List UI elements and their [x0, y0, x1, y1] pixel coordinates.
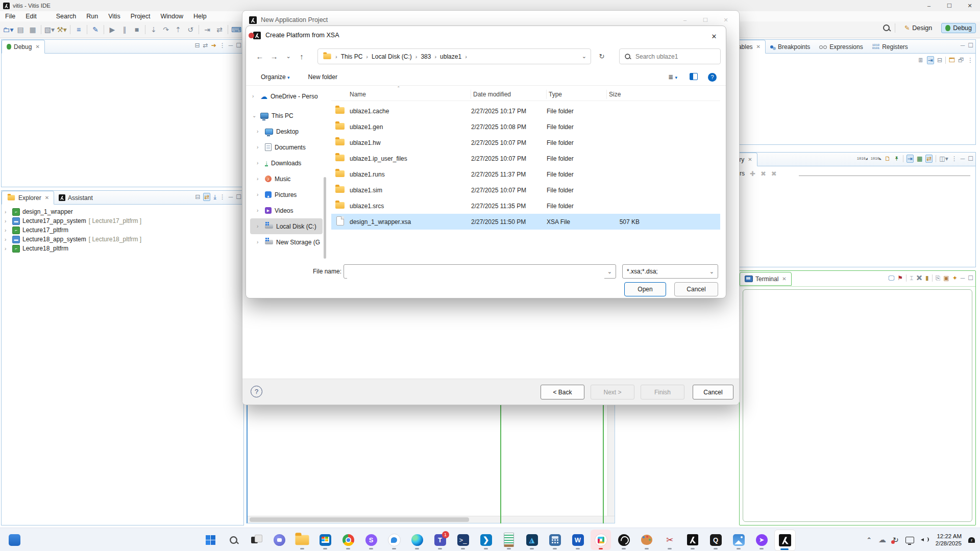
- tab-registers[interactable]: 10100101 Registers: [868, 40, 913, 53]
- forward-icon[interactable]: →: [267, 48, 281, 64]
- nav-local-disk-c[interactable]: › Local Disk (C:): [250, 218, 323, 234]
- nav-onedrive[interactable]: › ☁ OneDrive - Perso: [250, 88, 323, 104]
- build-icon[interactable]: ▧▾: [43, 23, 56, 36]
- chevron-right-icon[interactable]: ›: [257, 129, 262, 134]
- chevron-right-icon[interactable]: ›: [257, 223, 262, 229]
- remove-monitor-icon[interactable]: ✖: [761, 170, 766, 178]
- paint-palette-icon[interactable]: [636, 530, 657, 550]
- notepad-icon[interactable]: [499, 530, 519, 550]
- close-tab-icon[interactable]: ✕: [782, 276, 786, 282]
- import-icon[interactable]: ⤓: [213, 193, 216, 201]
- file-row-selected[interactable]: design_1_wrapper.xsa2/27/2025 11:50 PMXS…: [331, 214, 720, 230]
- nav-music[interactable]: › ♪ Music: [250, 171, 323, 187]
- save-all-icon[interactable]: ▦: [27, 23, 39, 36]
- file-type-filter[interactable]: *.xsa;*.dsa; ⌄: [622, 264, 718, 279]
- menu-file[interactable]: File: [0, 13, 20, 20]
- view-menu-icon[interactable]: ⋮: [967, 57, 973, 64]
- back-button[interactable]: < Back: [541, 385, 584, 399]
- maximize-icon[interactable]: ☐: [939, 0, 960, 11]
- hex-view-icon[interactable]: 1010◢: [857, 157, 868, 161]
- tab-terminal[interactable]: Terminal ✕: [740, 272, 792, 286]
- volume-icon[interactable]: [921, 537, 929, 543]
- file-row[interactable]: ublaze1.gen2/27/2025 10:08 PMFile folder: [331, 119, 720, 135]
- taskbar-search-icon[interactable]: [223, 530, 243, 550]
- chevron-right-icon[interactable]: ›: [5, 237, 10, 242]
- teams-icon[interactable]: T1: [430, 530, 450, 550]
- menu-window[interactable]: Window: [156, 13, 188, 20]
- tab-explorer[interactable]: Explorer ✕: [2, 191, 54, 205]
- pen-icon[interactable]: ✎: [89, 23, 102, 36]
- hammer-build-icon[interactable]: ⚒▾: [56, 23, 68, 36]
- chevron-right-icon[interactable]: ›: [5, 228, 10, 233]
- clipchamp-icon[interactable]: ➤: [751, 530, 772, 550]
- column-name[interactable]: Name: [350, 90, 471, 99]
- chat-icon[interactable]: [269, 530, 289, 550]
- close-icon[interactable]: ✕: [960, 0, 980, 11]
- chevron-right-icon[interactable]: ›: [5, 218, 10, 224]
- close-tab-icon[interactable]: ✕: [756, 44, 761, 49]
- minimize-panel-icon[interactable]: ─: [229, 42, 233, 49]
- switch-layout-icon[interactable]: ⇄: [925, 155, 933, 163]
- menu-vitis[interactable]: Vitis: [103, 13, 125, 20]
- menu-edit[interactable]: Edit: [20, 13, 42, 20]
- menu-run[interactable]: Run: [81, 13, 103, 20]
- tab-breakpoints[interactable]: Breakpoints: [766, 40, 815, 53]
- snipping-tool-icon[interactable]: ✂: [659, 530, 680, 550]
- file-row[interactable]: ublaze1.sim2/27/2025 10:07 PMFile folder: [331, 182, 720, 198]
- breadcrumb-local-disk[interactable]: Local Disk (C:): [372, 53, 412, 60]
- close-tab-icon[interactable]: ✕: [45, 195, 49, 201]
- organize-button[interactable]: Organize ▾: [261, 73, 290, 81]
- maximize-panel-icon[interactable]: ☐: [968, 274, 973, 282]
- open-terminal-icon[interactable]: 🖵: [889, 274, 895, 282]
- network-icon[interactable]: [905, 537, 914, 543]
- file-name-combo[interactable]: ⌄: [344, 264, 616, 279]
- terminal-content[interactable]: [743, 289, 972, 522]
- nav-documents[interactable]: › Documents: [250, 139, 323, 155]
- address-bar[interactable]: › This PC › Local Disk (C:) › 383 › ubla…: [317, 48, 591, 64]
- link-debug-context-icon[interactable]: ⇄: [203, 42, 208, 49]
- run-to-line-icon[interactable]: ⇥: [201, 23, 213, 36]
- skype-icon[interactable]: S: [361, 530, 381, 550]
- maximize-panel-icon[interactable]: ☐: [236, 193, 241, 201]
- edge-icon[interactable]: [407, 530, 427, 550]
- chevron-right-icon[interactable]: ›: [257, 176, 262, 182]
- terminate-icon[interactable]: ■: [131, 23, 143, 36]
- minimize-panel-icon[interactable]: ─: [961, 155, 965, 162]
- tree-item-lecture17-pltfrm[interactable]: › ⌐ Lecture17_pltfrm: [2, 226, 243, 235]
- start-button[interactable]: [200, 530, 220, 550]
- minimize-panel-icon[interactable]: ─: [229, 193, 233, 201]
- affinity-designer-icon[interactable]: ◮: [522, 530, 542, 550]
- scroll-lock-icon[interactable]: ⌶: [910, 274, 913, 282]
- editor-horizontal-scrollbar[interactable]: [248, 516, 615, 523]
- debug-perspective-button[interactable]: Debug: [941, 23, 976, 33]
- resume-icon[interactable]: ▶: [106, 23, 118, 36]
- file-row[interactable]: ublaze1.hw2/27/2025 10:07 PMFile folder: [331, 135, 720, 151]
- link-with-editor-icon[interactable]: ⇄: [203, 193, 210, 201]
- powershell-icon[interactable]: >_: [453, 530, 473, 550]
- add-monitor-icon[interactable]: ✚: [750, 170, 755, 178]
- menu-search[interactable]: Search: [51, 13, 82, 20]
- menu-help[interactable]: Help: [188, 13, 212, 20]
- clear-terminal-icon[interactable]: 🗙: [916, 274, 922, 282]
- chevron-right-icon[interactable]: ›: [5, 246, 10, 252]
- chrome-icon[interactable]: [338, 530, 358, 550]
- chevron-down-icon[interactable]: ⌄: [607, 268, 612, 275]
- split-pane-icon[interactable]: ◫▾: [939, 155, 948, 162]
- tree-item-lecture18-pltfrm[interactable]: › ⌐ Lecture18_pltfrm: [2, 244, 243, 253]
- tab-debug-view[interactable]: Debug ✕: [2, 40, 45, 54]
- link-memory-icon[interactable]: ⇥: [906, 155, 914, 163]
- search-input[interactable]: [634, 53, 713, 61]
- cancel-button[interactable]: Cancel: [693, 385, 733, 399]
- chevron-right-icon[interactable]: ›: [252, 93, 257, 99]
- step-into-icon[interactable]: ⇣: [148, 23, 160, 36]
- task-view-icon[interactable]: [246, 530, 266, 550]
- tree-item-design-1-wrapper[interactable]: › ⌐ design_1_wrapper: [2, 207, 243, 216]
- photos-icon[interactable]: [728, 530, 749, 550]
- preview-pane-icon[interactable]: [690, 73, 698, 82]
- minimize-panel-icon[interactable]: ─: [961, 42, 965, 49]
- chevron-right-icon[interactable]: ›: [257, 144, 262, 150]
- edit-view-icon[interactable]: 🗗: [958, 57, 964, 64]
- focus-stack-frame-icon[interactable]: ➔: [211, 42, 216, 49]
- collapse-all-icon[interactable]: ⊟: [937, 57, 942, 64]
- open-button[interactable]: Open: [624, 282, 666, 296]
